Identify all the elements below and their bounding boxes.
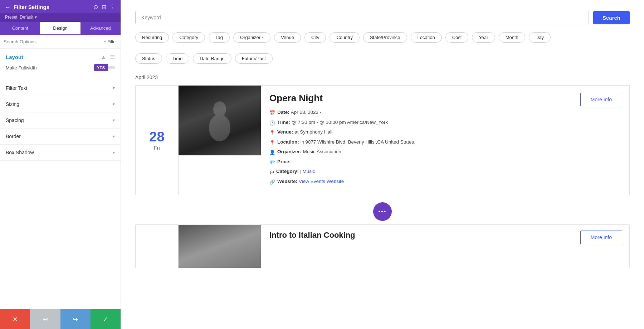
clock-icon: 🕐 bbox=[269, 120, 275, 127]
event-location-row: 📍 Location: in 9077 Wilshire Blvd, Bever… bbox=[269, 139, 572, 146]
organizer-chevron: ▾ bbox=[262, 35, 264, 39]
organizer-label: Organizer: bbox=[277, 148, 302, 155]
more-info-wrapper: More Info bbox=[580, 86, 629, 113]
filter-status[interactable]: Status bbox=[135, 53, 162, 64]
more-info-button-2[interactable]: More Info bbox=[580, 231, 622, 244]
website-icon: 🔗 bbox=[269, 179, 275, 186]
tab-advanced[interactable]: Advanced bbox=[80, 22, 121, 35]
layout-section-header[interactable]: Layout ▲ ☰ bbox=[6, 49, 115, 64]
layout-header-icons: ▲ ☰ bbox=[101, 54, 115, 61]
save-button[interactable]: ✓ bbox=[91, 309, 121, 329]
search-button[interactable]: Search bbox=[593, 11, 630, 24]
more-info-button[interactable]: More Info bbox=[580, 93, 622, 106]
event-card-opera-night: 28 Fri Opera Night 📅 Date: Apr 28, 2023 … bbox=[135, 85, 630, 195]
sidebar-tabs: Content Design Advanced bbox=[0, 22, 121, 35]
website-value[interactable]: View Events Website bbox=[299, 178, 344, 185]
filter-month[interactable]: Month bbox=[499, 32, 525, 43]
filter-time[interactable]: Time bbox=[166, 53, 189, 64]
event-venue-row: 📍 Venue: at Symphony Hall bbox=[269, 129, 572, 136]
filter-city[interactable]: City bbox=[304, 32, 326, 43]
fullwidth-toggle[interactable]: YES bbox=[94, 64, 115, 71]
event-date-row: 📅 Date: Apr 28, 2023 - bbox=[269, 109, 572, 117]
location-label: Location: bbox=[277, 139, 299, 146]
filter-country[interactable]: Country bbox=[330, 32, 360, 43]
filter-date-range[interactable]: Date Range bbox=[193, 53, 231, 64]
filter-tag[interactable]: Tag bbox=[209, 32, 230, 43]
keyword-input[interactable] bbox=[135, 11, 589, 24]
sizing-header[interactable]: Sizing ▾ bbox=[6, 96, 115, 112]
spacing-section: Spacing ▾ bbox=[0, 112, 121, 129]
event-date-box-2 bbox=[136, 225, 179, 268]
border-label: Border bbox=[6, 134, 21, 139]
filter-organizer[interactable]: Organizer ▾ bbox=[233, 32, 270, 43]
layout-collapse-icon[interactable]: ▲ bbox=[101, 54, 106, 61]
event-date-box: 28 Fri bbox=[136, 86, 179, 195]
box-shadow-header[interactable]: Box Shadow ▾ bbox=[6, 145, 115, 160]
date-label: Date: bbox=[277, 109, 289, 116]
filter-venue[interactable]: Venue bbox=[274, 32, 301, 43]
filter-tags-row2: Status Time Date Range Future/Past bbox=[135, 53, 630, 64]
sidebar-header: ← Filter Settings ⊙ ⊞ ⋮ bbox=[0, 0, 121, 13]
target-icon[interactable]: ⊙ bbox=[93, 4, 98, 10]
back-icon[interactable]: ← bbox=[5, 4, 11, 10]
sidebar-title: Filter Settings bbox=[14, 4, 49, 10]
category-value[interactable]: Music bbox=[303, 168, 315, 175]
sidebar-title-group: ← Filter Settings bbox=[5, 4, 49, 10]
preset-label: Preset: Default ▾ bbox=[5, 15, 37, 20]
dots-button[interactable]: ••• bbox=[373, 202, 392, 221]
event-details-2: Intro to Italian Cooking bbox=[261, 225, 580, 251]
border-header[interactable]: Border ▾ bbox=[6, 129, 115, 144]
undo-button[interactable]: ↩ bbox=[30, 309, 60, 329]
filter-recurring[interactable]: Recurring bbox=[135, 32, 169, 43]
box-shadow-section: Box Shadow ▾ bbox=[0, 145, 121, 161]
layout-menu-icon[interactable]: ☰ bbox=[110, 54, 115, 61]
svg-point-1 bbox=[209, 114, 230, 141]
event-time-row: 🕐 Time: @ 7:30 pm - @ 10:00 pm America/N… bbox=[269, 119, 572, 127]
more-info-wrapper-2: More Info bbox=[580, 225, 629, 250]
toggle-no bbox=[108, 66, 115, 69]
date-value: Apr 28, 2023 - bbox=[291, 109, 322, 116]
event-image bbox=[179, 86, 261, 155]
more-options-icon[interactable]: ⋮ bbox=[110, 4, 116, 10]
layout-title: Layout bbox=[6, 54, 23, 60]
event-month-label: April 2023 bbox=[135, 74, 630, 80]
sidebar-bottom-bar: ✕ ↩ ↪ ✓ bbox=[0, 309, 121, 329]
filter-year[interactable]: Year bbox=[472, 32, 495, 43]
event-image-2 bbox=[179, 225, 261, 268]
cancel-button[interactable]: ✕ bbox=[0, 309, 30, 329]
grid-icon[interactable]: ⊞ bbox=[102, 4, 106, 10]
sidebar-header-icons: ⊙ ⊞ ⋮ bbox=[93, 4, 116, 10]
redo-button[interactable]: ↪ bbox=[60, 309, 91, 329]
filter-cost[interactable]: Cost bbox=[445, 32, 469, 43]
sizing-label: Sizing bbox=[6, 101, 19, 107]
filter-text-header[interactable]: Filter Text ▾ bbox=[6, 80, 115, 96]
location-prefix: in bbox=[301, 139, 304, 146]
filter-category[interactable]: Category bbox=[172, 32, 205, 43]
layout-body: Make Fullwidth YES bbox=[6, 64, 115, 80]
tab-content[interactable]: Content bbox=[0, 22, 40, 35]
spacing-header[interactable]: Spacing ▾ bbox=[6, 112, 115, 128]
event-website-row: 🔗 Website: View Events Website bbox=[269, 178, 572, 186]
box-shadow-label: Box Shadow bbox=[6, 150, 34, 155]
filter-day[interactable]: Day bbox=[529, 32, 551, 43]
event-category-row: 🏷 Category: | Music bbox=[269, 168, 572, 176]
sidebar-search-bar: + Filter bbox=[0, 35, 121, 49]
main-content: Search Recurring Category Tag Organizer … bbox=[121, 0, 644, 329]
venue-value: at Symphony Hall bbox=[294, 129, 332, 136]
dots-button-wrapper: ••• bbox=[135, 202, 630, 221]
event-organizer-row: 👤 Organizer: Music Association bbox=[269, 148, 572, 156]
box-shadow-arrow: ▾ bbox=[113, 150, 115, 155]
filter-location[interactable]: Location bbox=[411, 32, 442, 43]
sizing-section: Sizing ▾ bbox=[0, 96, 121, 112]
layout-section: Layout ▲ ☰ Make Fullwidth YES bbox=[0, 49, 121, 80]
category-label: Category: bbox=[276, 168, 299, 175]
preset-selector[interactable]: Preset: Default ▾ bbox=[0, 13, 121, 22]
event-details: Opera Night 📅 Date: Apr 28, 2023 - 🕐 Tim… bbox=[261, 86, 580, 195]
filter-button[interactable]: + Filter bbox=[104, 39, 117, 44]
filter-state-province[interactable]: State/Province bbox=[363, 32, 407, 43]
spacing-label: Spacing bbox=[6, 117, 24, 123]
filter-future-past[interactable]: Future/Past bbox=[235, 53, 273, 64]
tab-design[interactable]: Design bbox=[40, 22, 80, 35]
search-options-input[interactable] bbox=[4, 39, 104, 44]
organizer-icon: 👤 bbox=[269, 149, 275, 156]
